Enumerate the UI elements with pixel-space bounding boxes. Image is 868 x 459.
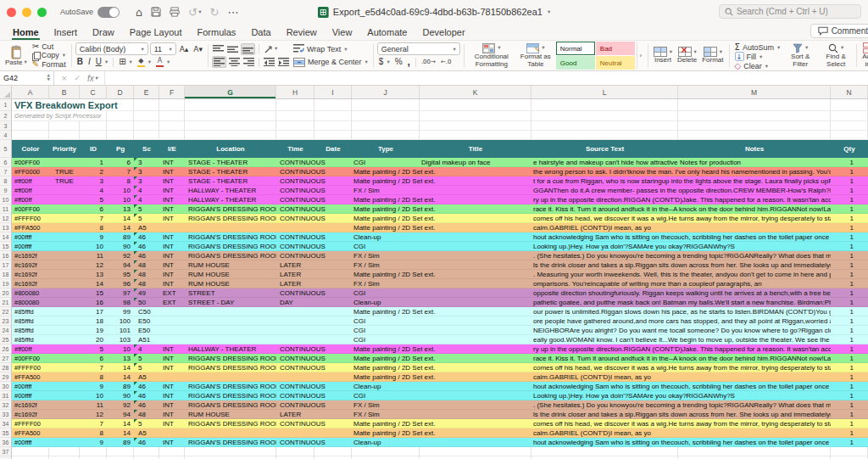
cell-source[interactable]: hout acknowledging Sam who is sitting on… [531, 382, 831, 391]
cell[interactable] [531, 111, 678, 121]
cell-type[interactable]: FX / Sim [352, 400, 420, 410]
cell-priority[interactable] [49, 326, 80, 335]
cell-ie[interactable]: INT [159, 400, 185, 410]
cell-priority[interactable] [49, 419, 80, 428]
table-header-pg[interactable]: Pg [107, 140, 134, 158]
cell[interactable] [352, 447, 420, 456]
cell-id[interactable]: 1 [80, 158, 107, 167]
cell[interactable] [831, 121, 868, 131]
table-header-priority[interactable]: Priority [49, 140, 80, 158]
cell-type[interactable]: Matte painting / 2D Set ext. [352, 344, 420, 354]
cell-title[interactable] [420, 195, 531, 204]
cell-title[interactable] [420, 232, 531, 242]
cell[interactable] [420, 131, 531, 140]
cell-qty[interactable]: 1 [831, 428, 868, 438]
zoom-window-button[interactable] [37, 8, 47, 17]
cell-type[interactable]: Clean-up [352, 382, 420, 391]
row-header-13[interactable]: 13 [0, 223, 12, 232]
cell-title[interactable] [420, 204, 531, 214]
cell-title[interactable] [420, 270, 531, 279]
cell-type[interactable]: FX / Sim [352, 279, 420, 288]
cell[interactable] [420, 111, 531, 121]
cell-time[interactable]: CONTINUOUS [276, 167, 352, 176]
cell-ie[interactable]: INT [159, 344, 185, 354]
cell-pg[interactable]: 14 [107, 372, 134, 382]
cell-title[interactable] [420, 260, 531, 270]
cell-sc[interactable]: 46 [134, 232, 159, 242]
cell-color[interactable]: #FFFF00 [12, 214, 49, 223]
cell-location[interactable]: RIGGAN'S DRESSING ROOM - THEATER [185, 363, 276, 372]
cell-priority[interactable] [49, 242, 80, 251]
align-center-button[interactable] [228, 57, 241, 67]
tab-data[interactable]: Data [243, 24, 278, 40]
shrink-font-button[interactable]: A▾ [192, 42, 204, 55]
cut-button[interactable]: ✂Cut [31, 42, 68, 51]
cell-pg[interactable]: 14 [107, 223, 134, 232]
cell-time[interactable]: CONTINUOUS [276, 204, 352, 214]
cell-location[interactable]: STAGE - THEATER [185, 158, 276, 167]
orientation-button[interactable]: ▾ [263, 44, 278, 54]
cell-type[interactable]: CGI [352, 316, 420, 326]
tab-insert[interactable]: Insert [47, 24, 86, 40]
more-commands-button[interactable]: ⋯ [227, 7, 238, 18]
cell-priority[interactable]: TRUE [49, 167, 80, 176]
fill-button[interactable]: ↓Fill▾ [733, 52, 782, 61]
cell-color[interactable]: #FFFF00 [12, 363, 49, 372]
cell-pg[interactable]: 100 [107, 316, 134, 326]
cell-type[interactable]: FX / Sim [352, 186, 420, 195]
cell[interactable] [134, 99, 159, 111]
cell-id[interactable]: 16 [80, 298, 107, 307]
cell[interactable] [107, 447, 134, 456]
row-header-15[interactable]: 15 [0, 242, 12, 251]
cell-location[interactable]: RIGGAN'S DRESSING ROOM - THEATER [185, 438, 276, 447]
column-header-I[interactable]: I [314, 86, 352, 98]
cell-time[interactable]: LATER [276, 260, 352, 270]
cell-sc[interactable]: 46 [134, 382, 159, 391]
cell-qty[interactable]: 1 [831, 307, 868, 316]
cell-source[interactable]: e hairstyle and makeup can't hide how at… [531, 158, 678, 167]
tab-view[interactable]: View [325, 24, 360, 40]
cell-type[interactable]: Matte painting / 2D Set ext. [352, 363, 420, 372]
row-header-10[interactable]: 10 [0, 195, 12, 204]
italic-button[interactable]: I [86, 56, 92, 69]
cell-location[interactable] [185, 223, 276, 232]
cell-time[interactable] [276, 372, 352, 382]
cell-color[interactable]: #00FF00 [12, 204, 49, 214]
cell[interactable] [352, 111, 420, 121]
cell-id[interactable]: 14 [80, 279, 107, 288]
row-header-6[interactable]: 6 [0, 158, 12, 167]
cell-ie[interactable] [159, 307, 185, 316]
cell[interactable] [185, 447, 276, 456]
formula-input[interactable] [104, 71, 868, 85]
column-header-F[interactable]: F [159, 86, 185, 98]
cell-time[interactable]: CONTINUOUS [276, 186, 352, 195]
redo-button[interactable]: ↻ [209, 7, 219, 18]
cell-ie[interactable]: INT [159, 232, 185, 242]
cell-type[interactable]: CGI [352, 158, 420, 167]
cell-sc[interactable]: 3 [134, 167, 159, 176]
cell-ie[interactable] [159, 335, 185, 344]
cell-priority[interactable]: TRUE [49, 176, 80, 186]
cell-qty[interactable]: 1 [831, 158, 868, 167]
cell-sc[interactable]: 3 [134, 158, 159, 167]
table-header-location[interactable]: Location [185, 140, 276, 158]
cell-color[interactable]: #c1692f [12, 270, 49, 279]
cell-id[interactable]: 12 [80, 410, 107, 419]
table-header-qty[interactable]: Qty [831, 140, 868, 158]
cell-ie[interactable] [159, 316, 185, 326]
cell-color[interactable]: #c1692f [12, 400, 49, 410]
row-header-14[interactable]: 14 [0, 232, 12, 242]
underline-button[interactable]: U▾ [94, 56, 110, 69]
cell-notes[interactable]: Notes for production [678, 158, 831, 167]
cell[interactable] [420, 447, 531, 456]
cell[interactable] [159, 447, 185, 456]
cell-type[interactable]: Matte painting / 2D Set ext. [352, 372, 420, 382]
cell-source[interactable]: GGANThen do it.A crew member- passes in … [531, 186, 831, 195]
cell-qty[interactable]: 1 [831, 400, 868, 410]
cell-title[interactable] [420, 298, 531, 307]
select-all-corner[interactable] [0, 86, 12, 98]
cell-sc[interactable]: 48 [134, 279, 159, 288]
cell-id[interactable]: 2 [80, 167, 107, 176]
cell-pg[interactable]: 89 [107, 438, 134, 447]
cell-source[interactable]: . (She hesitates.) Do you knowyou're bec… [531, 251, 831, 260]
